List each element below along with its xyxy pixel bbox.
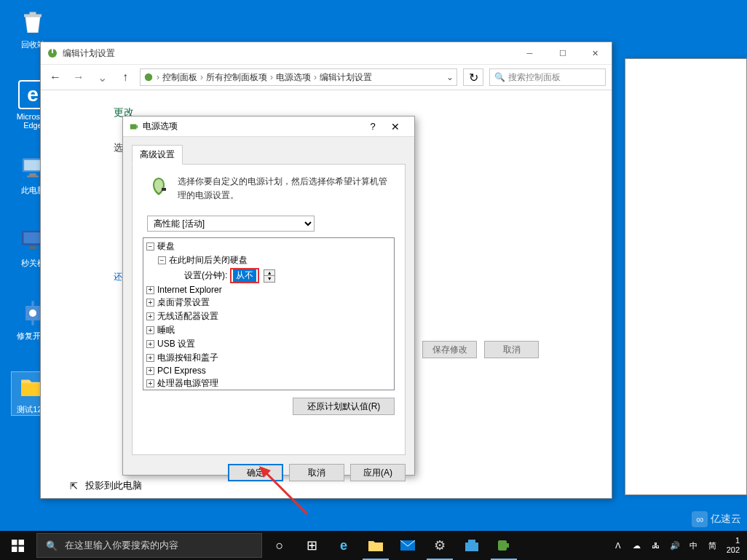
power-icon — [143, 72, 154, 82]
breadcrumb-item[interactable]: 所有控制面板项 — [206, 71, 267, 84]
task-view-button[interactable]: ⊞ — [296, 531, 328, 560]
tree-item-setting-value[interactable]: 设置(分钟): 从不 ▲▼ — [143, 267, 394, 284]
svg-rect-27 — [468, 540, 475, 543]
tray-ime[interactable]: 中 — [686, 531, 702, 560]
search-placeholder: 搜索控制面板 — [508, 71, 561, 84]
cp-link-fragment[interactable]: 还 — [114, 272, 122, 282]
tray-onedrive-icon[interactable]: ☁ — [629, 531, 645, 560]
breadcrumb-item[interactable]: 电源选项 — [276, 71, 311, 84]
expand-icon[interactable]: + — [146, 286, 154, 294]
recycle-bin-icon — [18, 7, 47, 36]
cancel-button[interactable]: 取消 — [289, 464, 344, 481]
power-plan-icon — [47, 47, 58, 59]
tree-item[interactable]: +无线适配器设置 — [143, 309, 394, 323]
tab-content: 选择你要自定义的电源计划，然后选择你希望计算机管理的电源设置。 高性能 [活动]… — [132, 164, 406, 455]
svg-rect-3 — [24, 160, 42, 170]
expand-icon[interactable]: + — [146, 299, 154, 307]
tree-item-turn-off-after[interactable]: − 在此时间后关闭硬盘 — [143, 253, 394, 267]
watermark: ∞ 亿速云 — [692, 511, 741, 527]
project-icon: ⇱ — [70, 481, 78, 492]
power-options-dialog: 电源选项 ? ✕ 高级设置 选择你要自定义的电源计划，然后选择你希望计算机管理的… — [122, 116, 415, 476]
taskbar-explorer[interactable] — [360, 531, 392, 560]
svg-rect-23 — [12, 546, 17, 551]
cp-titlebar[interactable]: 编辑计划设置 ─ ☐ ✕ — [41, 42, 612, 64]
cancel-button[interactable]: 取消 — [484, 341, 539, 358]
tree-item[interactable]: +睡眠 — [143, 323, 394, 337]
address-bar[interactable]: › 控制面板 › 所有控制面板项 › 电源选项 › 编辑计划设置 ⌄ — [140, 68, 457, 86]
svg-rect-12 — [31, 319, 33, 325]
ok-button[interactable]: 确定 — [228, 464, 283, 481]
close-button[interactable]: ✕ — [382, 121, 408, 133]
expand-icon[interactable]: + — [146, 312, 154, 320]
tray-volume-icon[interactable]: 🔊 — [667, 531, 683, 560]
collapse-icon[interactable]: − — [158, 256, 166, 264]
apply-button[interactable]: 应用(A) — [350, 464, 406, 481]
forward-button[interactable]: → — [70, 68, 87, 86]
help-button[interactable]: ? — [363, 121, 382, 132]
tree-item[interactable]: +Internet Explorer — [143, 284, 394, 296]
taskbar-search[interactable]: 🔍 在这里输入你要搜索的内容 — [36, 533, 262, 558]
spinner-up[interactable]: ▲ — [264, 270, 274, 276]
svg-rect-24 — [18, 546, 23, 551]
tray-clock[interactable]: 1 202 — [724, 536, 743, 555]
taskbar-mail[interactable] — [392, 531, 424, 560]
refresh-button[interactable]: ↻ — [463, 68, 483, 86]
search-icon: 🔍 — [46, 540, 58, 551]
tree-item[interactable]: +电源按钮和盖子 — [143, 351, 394, 365]
svg-rect-17 — [137, 125, 138, 128]
svg-rect-28 — [498, 540, 507, 551]
svg-rect-4 — [29, 173, 36, 176]
svg-point-10 — [29, 309, 36, 317]
advanced-settings-tab[interactable]: 高级设置 — [132, 145, 183, 165]
pd-titlebar[interactable]: 电源选项 ? ✕ — [123, 117, 414, 137]
taskbar-store[interactable] — [456, 531, 488, 560]
tree-item[interactable]: +桌面背景设置 — [143, 296, 394, 309]
tray-overflow[interactable]: ᐱ — [610, 531, 626, 560]
background-window[interactable] — [625, 58, 747, 495]
maximize-button[interactable]: ☐ — [546, 42, 579, 64]
expand-icon[interactable]: + — [146, 367, 154, 375]
battery-icon — [129, 122, 139, 132]
restore-defaults-button[interactable]: 还原计划默认值(R) — [293, 398, 395, 415]
close-button[interactable]: ✕ — [579, 42, 612, 64]
breadcrumb-item[interactable]: 控制面板 — [162, 71, 197, 84]
cp-toolbar: ← → ⌄ ↑ › 控制面板 › 所有控制面板项 › 电源选项 › 编辑计划设置… — [41, 64, 612, 90]
dropdown-icon[interactable]: ⌄ — [446, 72, 454, 82]
back-button[interactable]: ← — [47, 68, 64, 86]
tray-ime2[interactable]: 简 — [705, 531, 721, 560]
taskbar-edge[interactable]: e — [328, 531, 360, 560]
expand-icon[interactable]: + — [146, 340, 154, 348]
tree-item[interactable]: +PCI Express — [143, 365, 394, 376]
power-plan-select[interactable]: 高性能 [活动] — [147, 216, 315, 232]
value-spinner[interactable]: ▲▼ — [264, 269, 275, 283]
taskbar-power[interactable] — [488, 531, 520, 560]
svg-rect-21 — [12, 540, 17, 545]
up-button[interactable]: ↑ — [116, 68, 134, 86]
expand-icon[interactable]: + — [146, 354, 154, 362]
recent-button[interactable]: ⌄ — [93, 68, 111, 86]
settings-tree[interactable]: − 硬盘 − 在此时间后关闭硬盘 设置(分钟): 从不 ▲▼ +Internet… — [143, 237, 395, 390]
expand-icon[interactable]: + — [146, 379, 154, 387]
tree-item[interactable]: +处理器电源管理 — [143, 376, 394, 390]
cp-title: 编辑计划设置 — [63, 47, 513, 60]
cp-search-box[interactable]: 🔍 搜索控制面板 — [489, 68, 606, 86]
breadcrumb-item[interactable]: 编辑计划设置 — [320, 71, 372, 84]
tree-item[interactable]: +USB 设置 — [143, 337, 394, 351]
setting-value-input[interactable]: 从不 — [230, 268, 259, 283]
minimize-button[interactable]: ─ — [513, 42, 546, 64]
taskbar-settings[interactable]: ⚙ — [424, 531, 456, 560]
expand-icon[interactable]: + — [146, 326, 154, 334]
svg-rect-26 — [465, 543, 478, 551]
chevron-right-icon: › — [200, 72, 203, 82]
watermark-icon: ∞ — [692, 511, 708, 527]
spinner-down[interactable]: ▼ — [264, 276, 274, 282]
save-changes-button[interactable]: 保存修改 — [422, 341, 477, 358]
cortana-button[interactable]: ○ — [264, 531, 296, 560]
svg-rect-22 — [18, 540, 23, 545]
tray-network-icon[interactable]: 🖧 — [648, 531, 664, 560]
start-button[interactable] — [0, 531, 35, 560]
svg-rect-5 — [27, 176, 39, 177]
chevron-right-icon: › — [157, 72, 159, 82]
tree-item-hard-disk[interactable]: − 硬盘 — [143, 240, 394, 253]
collapse-icon[interactable]: − — [146, 242, 154, 251]
